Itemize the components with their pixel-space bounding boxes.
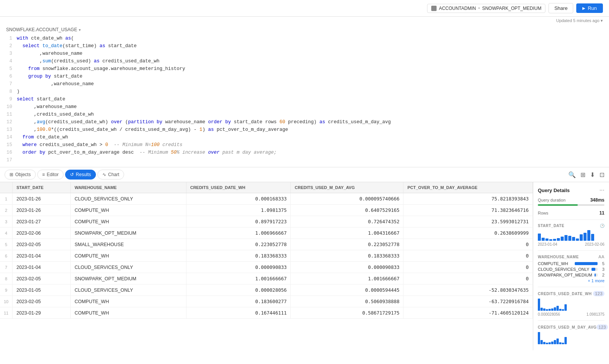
histogram-bar <box>542 238 545 241</box>
grid-icon[interactable]: ⊞ <box>580 171 585 178</box>
histogram-bar <box>583 233 587 241</box>
cell-credits-avg: 0.6407529165 <box>291 205 403 216</box>
top-bar: ACCOUNTADMIN • SNOWPARK_OPT_MEDIUM Share… <box>0 0 609 17</box>
cell-start-date: 2023-01-26 <box>13 193 71 205</box>
qd-header: Query Details ··· <box>538 187 604 194</box>
updated-text: Updated 5 minutes ago <box>556 18 599 23</box>
start-date-histogram <box>538 230 604 241</box>
db-selector[interactable]: SNOWFLAKE.ACCOUNT_USAGE ▾ <box>0 25 609 35</box>
credits-avg-histogram-bar <box>556 339 559 344</box>
col-credits-date[interactable]: CREDITS_USED_DATE_WH <box>186 182 291 193</box>
warehouse-name: SNOWPARK_OPT_MEDIUM <box>482 6 542 11</box>
results-icon: ↺ <box>70 172 74 177</box>
col-warehouse[interactable]: WAREHOUSE_NAME <box>70 182 186 193</box>
search-icon[interactable]: 🔍 <box>568 171 576 178</box>
col-row-num <box>0 182 13 193</box>
cell-warehouse: COMPUTE_WH <box>70 250 186 262</box>
cell-credits-date: 1.001666667 <box>186 273 291 285</box>
credits-date-range: 0.000028056 1.0981375 <box>538 312 604 316</box>
histogram-bar <box>587 230 590 241</box>
cell-start-date: 2023-01-04 <box>13 262 71 273</box>
credits-avg-histogram-bar <box>551 342 553 344</box>
credits-date-count: 123 <box>593 291 604 296</box>
warehouse-bar-count: 3 <box>600 267 604 272</box>
cell-start-date: 2023-02-06 <box>13 227 71 239</box>
toolbar: ⊞ Objects ≡ Editor ↺ Results ∿ Chart 🔍 ⊞… <box>0 167 609 182</box>
warehouse-bar-name: CLOUD_SERVICES_ONLY <box>538 267 589 272</box>
credits-avg-count: 123 <box>596 324 608 330</box>
warehouse-bar-name: SNOWPARK_OPT_MEDIUM <box>538 273 592 277</box>
line-numbers: 1234567891011121314151617 <box>0 35 17 164</box>
cell-credits-date: 0.000168333 <box>186 193 291 205</box>
credits-avg-histogram-bar <box>546 343 548 344</box>
cell-credits-avg: 0.5060938888 <box>291 296 403 307</box>
table-row: 10 2023-02-05 COMPUTE_WH 0.183600277 0.5… <box>0 296 533 307</box>
credits-avg-histogram-bar <box>564 337 567 344</box>
credits-histogram-bar <box>564 304 567 311</box>
table-row: 6 2023-01-04 COMPUTE_WH 0.183368333 0.18… <box>0 250 533 262</box>
histogram-bar <box>591 234 594 241</box>
cell-pct: 75.8218393843 <box>403 193 533 205</box>
col-start-date[interactable]: START_DATE <box>13 182 71 193</box>
warehouse-bar-fill <box>595 273 596 277</box>
cell-credits-avg: 0.000095740666 <box>291 193 403 205</box>
updated-arrow: ▾ <box>601 18 603 23</box>
histogram-bar <box>538 234 541 241</box>
tab-chart[interactable]: ∿ Chart <box>97 170 124 180</box>
col-credits-avg[interactable]: CREDITS_USED_M_DAY_AVG <box>291 182 403 193</box>
credits-histogram-bar <box>559 309 561 311</box>
main-content: START_DATE WAREHOUSE_NAME CREDITS_USED_D… <box>0 182 609 350</box>
row-num: 5 <box>0 239 13 250</box>
warehouse-bar-name: COMPUTE_WH <box>538 261 572 266</box>
layout-icon[interactable]: ⊡ <box>599 171 604 178</box>
row-num: 4 <box>0 227 13 239</box>
cell-credits-avg: 1.004316667 <box>291 227 403 239</box>
start-date-range: 2023-01-04 2023-02-06 <box>538 242 604 246</box>
cell-credits-date: 0.000028056 <box>186 285 291 296</box>
row-num: 8 <box>0 273 13 285</box>
tab-objects[interactable]: ⊞ Objects <box>5 170 36 180</box>
cell-start-date: 2023-02-05 <box>13 273 71 285</box>
tab-editor[interactable]: ≡ Editor <box>37 170 64 180</box>
row-num: 10 <box>0 296 13 307</box>
code-content[interactable]: with cte_date_wh as( select to_date(star… <box>17 35 609 164</box>
cell-credits-date: 0.183600277 <box>186 296 291 307</box>
start-date-min: 2023-01-04 <box>538 242 557 246</box>
tab-results[interactable]: ↺ Results <box>65 170 96 180</box>
cell-start-date: 2023-01-04 <box>13 250 71 262</box>
warehouse-distribution: COMPUTE_WH 5 CLOUD_SERVICES_ONLY 3 SNOWP… <box>538 261 604 277</box>
cell-pct: 0 <box>403 273 533 285</box>
results-table: START_DATE WAREHOUSE_NAME CREDITS_USED_D… <box>0 182 533 319</box>
credits-histogram-bar <box>556 306 559 311</box>
col-pct[interactable]: PCT_OVER_TO_M_DAY_AVERAGE <box>403 182 533 193</box>
qd-credits-date-section: CREDITS_USED_DATE_WH 123 0.000028056 1.0… <box>538 287 604 316</box>
credits-histogram-bar <box>562 309 564 311</box>
warehouse-more-link[interactable]: + 1 more <box>538 278 604 283</box>
credits-avg-histogram-bar <box>562 343 564 344</box>
cell-pct: 0 <box>403 262 533 273</box>
cell-credits-date: 0.000090833 <box>186 262 291 273</box>
cell-pct: 23.5993012731 <box>403 216 533 227</box>
cell-credits-avg: 0.726474352 <box>291 216 403 227</box>
run-button[interactable]: ▶ Run <box>576 3 603 13</box>
cell-pct: -52.8030347635 <box>403 285 533 296</box>
row-num: 7 <box>0 262 13 273</box>
cell-credits-date: 1.0981375 <box>186 205 291 216</box>
warehouse-bar-bg <box>595 273 598 277</box>
row-num: 3 <box>0 216 13 227</box>
qd-more-icon[interactable]: ··· <box>599 187 604 194</box>
share-button[interactable]: Share <box>548 3 573 13</box>
histogram-bar <box>580 234 583 241</box>
run-label: Run <box>588 5 597 11</box>
cell-credits-avg: 0.58671729175 <box>291 307 403 319</box>
cell-credits-avg: 0.000090833 <box>291 262 403 273</box>
cell-start-date: 2023-01-05 <box>13 285 71 296</box>
qd-title: Query Details <box>538 188 570 193</box>
histogram-bar <box>576 238 579 241</box>
cell-pct: 0 <box>403 250 533 262</box>
results-area[interactable]: START_DATE WAREHOUSE_NAME CREDITS_USED_D… <box>0 182 533 350</box>
download-icon[interactable]: ⬇ <box>590 171 595 178</box>
cell-credits-avg: 0.183368333 <box>291 250 403 262</box>
credits-avg-histogram-bar <box>543 342 545 344</box>
cell-start-date: 2023-02-05 <box>13 239 71 250</box>
